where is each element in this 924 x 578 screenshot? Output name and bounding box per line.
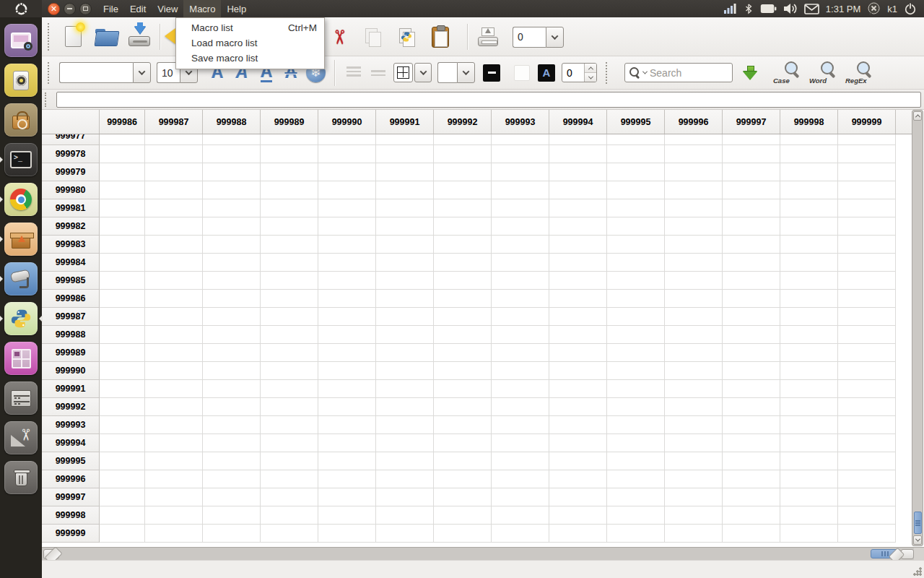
grid-cell[interactable]	[434, 326, 492, 344]
spinner-up-button[interactable]	[585, 64, 596, 73]
grid-cell[interactable]	[838, 398, 896, 416]
menu-edit[interactable]: Edit	[124, 0, 152, 17]
cell-entry-input[interactable]	[56, 92, 921, 108]
grid-cell[interactable]	[549, 398, 607, 416]
grid-cell[interactable]	[203, 199, 261, 217]
grid-cell[interactable]	[723, 217, 780, 236]
grid-cell[interactable]	[434, 506, 492, 525]
grid-cell[interactable]	[492, 434, 549, 452]
grid-cell[interactable]	[261, 470, 318, 488]
grid-cell[interactable]	[780, 416, 838, 434]
grid-cell[interactable]	[607, 236, 665, 254]
grid-cell[interactable]	[723, 380, 780, 398]
grid-cell[interactable]	[434, 272, 492, 290]
grid-cell[interactable]	[549, 134, 607, 145]
grid-cell[interactable]	[434, 163, 492, 181]
grid-cell[interactable]	[607, 163, 665, 181]
toolbar-grip-handle[interactable]	[48, 23, 53, 51]
grid-cell[interactable]	[203, 470, 261, 488]
row-header[interactable]: 999998	[42, 506, 100, 525]
grid-cell[interactable]	[145, 506, 203, 525]
grid-cell[interactable]	[723, 452, 780, 470]
grid-cell[interactable]	[607, 254, 665, 272]
grid-cell[interactable]	[318, 199, 376, 217]
volume-icon[interactable]	[783, 3, 798, 14]
grid-cell[interactable]	[723, 145, 780, 163]
grid-cell[interactable]	[145, 362, 203, 380]
grid-cell[interactable]	[607, 272, 665, 290]
column-header[interactable]: 999991	[376, 110, 434, 134]
font-name-value[interactable]	[59, 62, 133, 83]
vertical-scrollbar[interactable]	[912, 110, 923, 546]
grid-cell[interactable]	[838, 380, 896, 398]
grid-cell[interactable]	[665, 145, 723, 163]
grid-cell[interactable]	[318, 326, 376, 344]
grid-cell[interactable]	[261, 134, 318, 145]
scroll-right-button[interactable]	[901, 549, 914, 559]
grid-cell[interactable]	[100, 163, 145, 181]
row-header[interactable]: 999993	[42, 416, 100, 434]
row-header[interactable]: 999977	[42, 134, 100, 145]
border-width-value[interactable]: 0	[562, 64, 584, 82]
grid-cell[interactable]	[723, 163, 780, 181]
grid-cell[interactable]	[100, 254, 145, 272]
column-header[interactable]: 999994	[549, 110, 607, 134]
grid-cell[interactable]	[723, 134, 780, 145]
grid-cell[interactable]	[318, 380, 376, 398]
grid-cell[interactable]	[780, 344, 838, 362]
grid-cell[interactable]	[492, 145, 549, 163]
grid-cell[interactable]	[549, 434, 607, 452]
battery-icon[interactable]	[760, 4, 777, 14]
grid-cell[interactable]	[376, 506, 434, 525]
grid-cell[interactable]	[549, 470, 607, 488]
grid-cell[interactable]	[492, 254, 549, 272]
grid-cell[interactable]	[492, 452, 549, 470]
grid-cell[interactable]	[261, 416, 318, 434]
grid-cell[interactable]	[780, 290, 838, 308]
search-down-button[interactable]	[743, 64, 757, 82]
grid-cell[interactable]	[261, 326, 318, 344]
grid-cell[interactable]	[723, 362, 780, 380]
grid-cell[interactable]	[665, 362, 723, 380]
horizontal-scrollbar[interactable]	[42, 547, 924, 560]
grid-cell[interactable]	[492, 308, 549, 326]
grid-cell[interactable]	[492, 199, 549, 217]
grid-cell[interactable]	[145, 525, 203, 543]
grid-cell[interactable]	[780, 506, 838, 525]
save-button[interactable]	[126, 22, 153, 51]
grid-cell[interactable]	[665, 416, 723, 434]
grid-cell[interactable]	[665, 217, 723, 236]
username-label[interactable]: k1	[887, 4, 897, 14]
menu-help[interactable]: Help	[221, 0, 252, 17]
grid-cell[interactable]	[492, 134, 549, 145]
grid-cell[interactable]	[261, 452, 318, 470]
grid-cell[interactable]	[492, 236, 549, 254]
borders-button[interactable]	[393, 63, 413, 82]
grid-cell[interactable]	[492, 163, 549, 181]
grid-cell[interactable]	[100, 488, 145, 506]
border-color-dropdown-button[interactable]	[457, 62, 475, 83]
grid-cell[interactable]	[838, 290, 896, 308]
grid-cell[interactable]	[100, 199, 145, 217]
grid-cell[interactable]	[100, 145, 145, 163]
grid-cell[interactable]	[492, 380, 549, 398]
grid-cell[interactable]	[665, 134, 723, 145]
grid-cell[interactable]	[434, 254, 492, 272]
grid-cell[interactable]	[100, 362, 145, 380]
grid-cell[interactable]	[261, 398, 318, 416]
grid-cell[interactable]	[665, 236, 723, 254]
font-name-dropdown-button[interactable]	[133, 62, 151, 83]
grid-cell[interactable]	[838, 434, 896, 452]
row-header[interactable]: 999999	[42, 525, 100, 543]
grid-cell[interactable]	[376, 326, 434, 344]
grid-cell[interactable]	[376, 380, 434, 398]
grid-cell[interactable]	[376, 344, 434, 362]
grid-cell[interactable]	[665, 506, 723, 525]
dock-item-trash[interactable]	[4, 461, 38, 494]
grid-cell[interactable]	[203, 254, 261, 272]
grid-cell[interactable]	[780, 308, 838, 326]
grid-cell[interactable]	[549, 362, 607, 380]
network-signal-icon[interactable]	[724, 3, 737, 14]
grid-cell[interactable]	[780, 380, 838, 398]
grid-cell[interactable]	[100, 416, 145, 434]
